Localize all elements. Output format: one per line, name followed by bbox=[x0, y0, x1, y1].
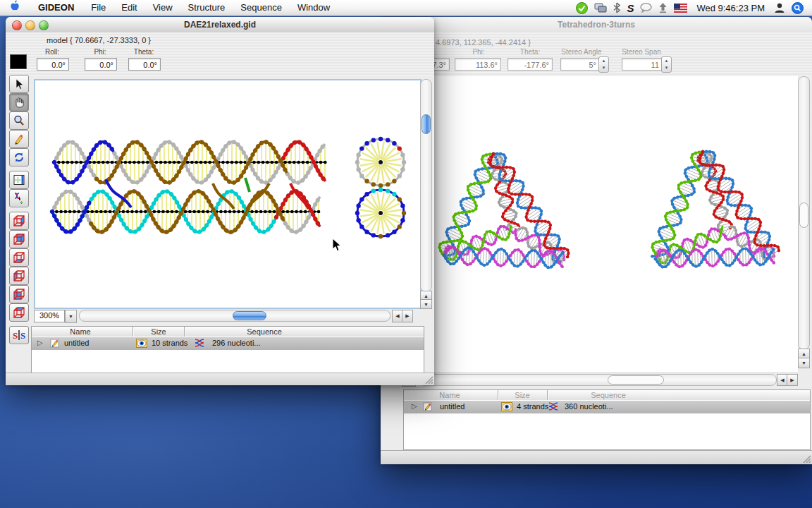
pointer-icon bbox=[13, 78, 25, 90]
phi-label: Phi: bbox=[94, 48, 106, 56]
pencil-icon bbox=[50, 339, 59, 348]
zoom-dropdown[interactable]: ▼ bbox=[65, 310, 77, 323]
col-size[interactable]: Size bbox=[151, 327, 166, 336]
view-cube-right[interactable] bbox=[9, 212, 29, 230]
bluetooth-icon[interactable] bbox=[613, 2, 620, 13]
phi-field[interactable] bbox=[85, 58, 117, 71]
menu-edit[interactable]: Edit bbox=[113, 0, 144, 16]
phi-label: Phi: bbox=[472, 48, 484, 56]
menu-file[interactable]: File bbox=[83, 0, 113, 16]
front-vscroll-thumb[interactable] bbox=[422, 114, 431, 134]
stereo-angle-stepper[interactable]: ▲▼ bbox=[598, 56, 609, 73]
eye-visibility-icon[interactable] bbox=[501, 402, 512, 411]
front-hscroll-thumb[interactable] bbox=[233, 311, 266, 320]
displays-icon[interactable] bbox=[594, 3, 607, 13]
color-swatch[interactable] bbox=[10, 54, 27, 69]
zoom-level-value[interactable]: 300% bbox=[34, 310, 65, 322]
roll-label: Roll: bbox=[45, 48, 59, 56]
cube-front-icon bbox=[12, 287, 26, 301]
stereo-angle-field[interactable] bbox=[560, 58, 600, 71]
back-hscrollbar[interactable] bbox=[419, 374, 777, 386]
resize-grip[interactable] bbox=[801, 454, 811, 464]
window-dae21[interactable]: DAE21relaxed.gid model { 70.6667, -27.33… bbox=[6, 17, 434, 385]
spotlight-icon[interactable] bbox=[792, 2, 804, 14]
col-name[interactable]: Name bbox=[439, 391, 460, 399]
menu-sequence[interactable]: Sequence bbox=[233, 0, 290, 16]
chat-bubble-icon[interactable] bbox=[640, 3, 652, 13]
front-hscroll-right[interactable]: ▶ bbox=[402, 310, 413, 322]
tool-pan[interactable] bbox=[9, 93, 29, 111]
magnifier-icon bbox=[13, 114, 25, 127]
back-model-readout: 4.6973, 112.365, -44.2414 } bbox=[436, 38, 531, 47]
back-table-body[interactable]: ▷ untitled 4 strands 360 nucleoti... bbox=[403, 400, 811, 450]
front-table-body[interactable]: ▷ untitled 10 strands 296 nucleoti... bbox=[31, 337, 424, 373]
cube-top-icon bbox=[12, 306, 26, 320]
resize-grip[interactable] bbox=[424, 375, 433, 385]
fast-user-switch-icon[interactable] bbox=[774, 2, 785, 13]
back-hscroll-thumb[interactable] bbox=[608, 375, 664, 385]
window-tetrahedron[interactable]: Tetrahedron-3turns 4.6973, 112.365, -44.… bbox=[381, 17, 812, 464]
view-cube-back[interactable] bbox=[9, 230, 29, 248]
svg-text:S: S bbox=[20, 330, 25, 341]
col-size[interactable]: Size bbox=[515, 391, 529, 399]
upload-arrow-icon[interactable] bbox=[658, 2, 668, 13]
tool-rotate[interactable] bbox=[9, 148, 29, 167]
back-theta-field[interactable] bbox=[508, 58, 553, 71]
row-name: untitled bbox=[440, 402, 465, 411]
back-vscroll-down[interactable]: ▼ bbox=[798, 358, 810, 368]
theta-field[interactable] bbox=[128, 58, 161, 71]
tool-place-strand[interactable] bbox=[9, 189, 29, 207]
desktop: { "menu": { "items": ["GIDEON", "File", … bbox=[0, 0, 812, 508]
tool-zoom[interactable] bbox=[9, 111, 29, 130]
row-size: 10 strands bbox=[152, 339, 187, 347]
apple-icon bbox=[10, 0, 20, 11]
back-vscroll-thumb[interactable] bbox=[799, 202, 808, 228]
view-cube-front[interactable] bbox=[9, 285, 29, 303]
shapeshifter-icon[interactable]: S bbox=[627, 2, 634, 14]
menu-structure[interactable]: Structure bbox=[180, 0, 233, 16]
stereo-span-field[interactable] bbox=[622, 58, 663, 71]
col-sequence[interactable]: Sequence bbox=[247, 327, 282, 336]
minimize-button[interactable] bbox=[25, 20, 35, 30]
front-vscroll-down[interactable]: ▼ bbox=[420, 299, 432, 309]
rotate-arrows-icon bbox=[13, 151, 25, 164]
table-row[interactable]: ▷ untitled 10 strands 296 nucleoti... bbox=[32, 337, 424, 350]
roll-field[interactable] bbox=[37, 58, 69, 71]
col-sequence[interactable]: Sequence bbox=[591, 391, 626, 399]
front-vscrollbar[interactable] bbox=[420, 79, 432, 292]
tetrahedron-stereo-view bbox=[381, 76, 798, 373]
skype-status-icon[interactable] bbox=[576, 2, 588, 14]
back-window-title: Tetrahedron-3turns bbox=[558, 20, 635, 30]
back-titlebar[interactable]: Tetrahedron-3turns bbox=[381, 17, 812, 33]
table-row[interactable]: ▷ untitled 4 strands 360 nucleoti... bbox=[404, 401, 810, 413]
tool-fit-window[interactable] bbox=[9, 171, 29, 189]
disclosure-triangle[interactable]: ▷ bbox=[412, 402, 417, 410]
apple-menu[interactable] bbox=[0, 0, 29, 16]
front-model-readout: model { 70.6667, -27.3333, 0 } bbox=[47, 36, 151, 44]
view-cube-top[interactable] bbox=[9, 303, 29, 322]
tool-draw[interactable] bbox=[9, 130, 29, 148]
tool-select[interactable] bbox=[9, 75, 29, 93]
view-cube-bottom[interactable] bbox=[9, 248, 29, 267]
us-flag-icon[interactable] bbox=[674, 4, 687, 13]
close-button[interactable] bbox=[12, 20, 22, 30]
menu-view[interactable]: View bbox=[145, 0, 180, 16]
front-titlebar[interactable]: DAE21relaxed.gid bbox=[6, 17, 434, 33]
back-hscroll-right[interactable]: ▶ bbox=[787, 374, 798, 386]
front-canvas[interactable] bbox=[34, 79, 422, 309]
stereo-span-stepper[interactable]: ▲▼ bbox=[661, 56, 672, 73]
back-canvas[interactable] bbox=[381, 76, 798, 373]
zoom-window-button[interactable] bbox=[39, 20, 49, 30]
disclosure-triangle[interactable]: ▷ bbox=[37, 339, 43, 346]
mouse-cursor bbox=[332, 238, 342, 253]
menu-window[interactable]: Window bbox=[290, 0, 338, 16]
back-phi-field[interactable] bbox=[455, 58, 501, 71]
menu-clock[interactable]: Wed 9:46:23 PM bbox=[694, 3, 768, 13]
hand-icon bbox=[13, 96, 25, 109]
view-cube-left[interactable] bbox=[9, 267, 29, 285]
tool-mirror[interactable]: SS bbox=[9, 326, 29, 344]
cube-back-icon bbox=[12, 232, 26, 246]
menu-gideon[interactable]: GIDEON bbox=[29, 0, 83, 16]
col-name[interactable]: Name bbox=[70, 327, 90, 336]
eye-visibility-icon[interactable] bbox=[136, 339, 147, 348]
